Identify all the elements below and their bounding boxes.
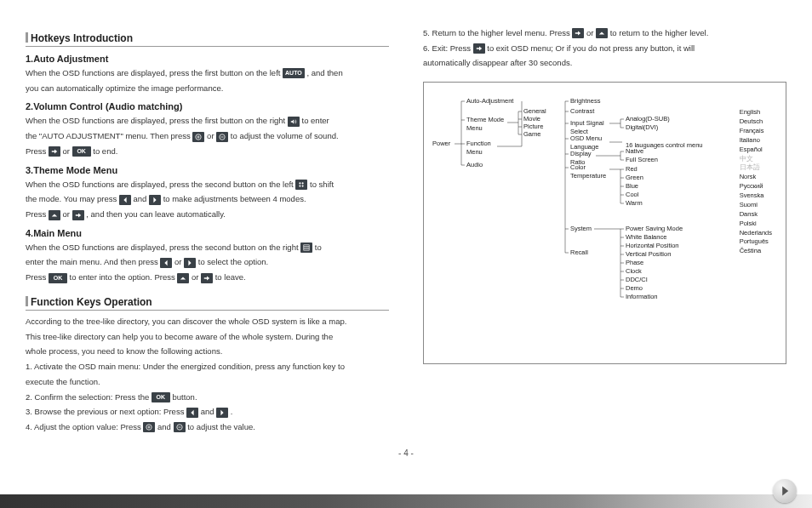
tree-theme-general: General bbox=[523, 107, 546, 115]
minus-icon bbox=[174, 422, 186, 432]
text: , and then bbox=[306, 68, 342, 77]
tree-ratio-1: Full Screen bbox=[626, 156, 658, 163]
chevron-up-icon bbox=[177, 273, 189, 283]
tree-lang-2: Français bbox=[740, 127, 772, 136]
tree-auto-adjustment: Auto-Adjustment bbox=[466, 97, 513, 105]
exit-icon bbox=[72, 210, 84, 220]
text: Press bbox=[26, 272, 49, 282]
ok-button-icon: OK bbox=[152, 392, 170, 402]
text: to return to the higher level. bbox=[610, 28, 709, 37]
chevron-up-icon bbox=[596, 28, 608, 38]
osd-tree-diagram: PowerAuto-AdjustmentTheme ModeMenuFuncti… bbox=[423, 82, 786, 364]
text: or bbox=[586, 28, 596, 37]
ok-button-icon: OK bbox=[72, 146, 91, 157]
text: 2. Confirm the selection: Press the bbox=[26, 392, 152, 402]
text: to exit OSD menu; Or if you do not press… bbox=[487, 43, 695, 53]
text: 3. Browse the previous or next option: P… bbox=[26, 407, 186, 416]
fkeys-p5: 2. Confirm the selection: Press the OK b… bbox=[26, 391, 389, 404]
tree-lang-8: Pусский bbox=[740, 182, 772, 191]
tree-lang-3: Italiano bbox=[740, 136, 772, 146]
menu-icon bbox=[300, 243, 312, 253]
tree-lang-13: Nederlands bbox=[740, 229, 772, 238]
chevron-left-icon bbox=[186, 408, 198, 418]
text: or bbox=[63, 209, 72, 219]
ok-button-icon: OK bbox=[49, 273, 67, 283]
text: When the OSD functions are displayed, pr… bbox=[26, 243, 300, 252]
fkeys-p4: 1. Activate the OSD main menu: Under the… bbox=[26, 361, 389, 374]
palette-icon bbox=[295, 180, 307, 190]
exit-icon bbox=[49, 146, 60, 157]
text: Press bbox=[26, 209, 49, 219]
theme-line2: the mode. You may press and to make adju… bbox=[26, 193, 389, 206]
svg-point-3 bbox=[302, 182, 304, 184]
tree-system-0: Power Saving Mode bbox=[626, 225, 683, 232]
text: enter the main menu. And then press bbox=[26, 257, 160, 266]
text: to enter into the option. Press bbox=[70, 272, 178, 282]
tree-system-5: Clock bbox=[626, 267, 642, 275]
chevron-right-icon bbox=[216, 408, 228, 418]
text: to adjust the value. bbox=[187, 422, 255, 431]
tree-lang-1: Deutsch bbox=[740, 117, 772, 127]
fkeys-p7: 4. Adjust the option value: Press and to… bbox=[26, 421, 389, 434]
fkeys-p3: whole process, you need to know the foll… bbox=[26, 345, 389, 358]
svg-point-2 bbox=[300, 182, 301, 184]
tree-lang-11: Dansk bbox=[740, 210, 772, 220]
text: 6. Exit: Press bbox=[423, 43, 473, 53]
right-p6c: automatically disappear after 30 seconds… bbox=[423, 57, 786, 70]
minus-icon bbox=[216, 132, 228, 142]
chevron-right-icon bbox=[184, 258, 196, 268]
main-line3: Press OK to enter into the option. Press… bbox=[26, 271, 389, 284]
footer-bar bbox=[0, 494, 812, 508]
text: to bbox=[315, 243, 322, 252]
text: and bbox=[157, 422, 174, 431]
text: to adjust the volume of sound. bbox=[231, 131, 339, 140]
tree-fn-6: System bbox=[570, 225, 592, 232]
text: and bbox=[133, 194, 149, 203]
theme-line3: Press or , and then you can leave automa… bbox=[26, 208, 389, 221]
main-menu-heading: 4.Main Menu bbox=[26, 228, 389, 238]
page-number: - 4 - bbox=[0, 448, 812, 458]
tree-lang-15: Čeština bbox=[740, 247, 772, 256]
tree-fn-3: OSD MenuLanguage bbox=[570, 134, 602, 151]
volume-line3: Press or OK to end. bbox=[26, 146, 389, 158]
tree-fn-5: ColorTemperature bbox=[570, 163, 606, 180]
text: or bbox=[192, 272, 201, 282]
tree-lang-9: Svenska bbox=[740, 191, 772, 201]
chevron-left-icon bbox=[160, 258, 172, 268]
text: to shift bbox=[310, 180, 334, 189]
tree-color-3: Cool bbox=[626, 191, 638, 198]
text: to end. bbox=[93, 146, 117, 156]
text: , and then you can leave automatically. bbox=[86, 209, 226, 219]
tree-color-0: Red bbox=[626, 165, 638, 173]
right-column: 5. Return to the higher level menu. Pres… bbox=[423, 20, 786, 437]
tree-lang-14: Português bbox=[740, 237, 772, 247]
text: to enter bbox=[302, 116, 329, 125]
tree-input-0: Analog(D-SUB) bbox=[626, 115, 670, 123]
tree-power: Power bbox=[432, 140, 450, 147]
tree-fn-1: Contrast bbox=[570, 107, 594, 115]
tree-system-3: Vertical Position bbox=[626, 250, 671, 258]
text: button. bbox=[172, 392, 197, 402]
right-p6: 6. Exit: Press to exit OSD menu; Or if y… bbox=[423, 43, 786, 55]
tree-fn-7: Recall bbox=[570, 248, 588, 256]
tree-system-8: Information bbox=[626, 293, 658, 300]
tree-color-4: Warm bbox=[626, 199, 643, 207]
text: to select the option. bbox=[198, 257, 268, 266]
auto-adjust-line1: When the OSD functions are displayed, pr… bbox=[26, 67, 389, 80]
tree-lang-12: Polski bbox=[740, 220, 772, 229]
tree-lang-4: Español bbox=[740, 146, 772, 155]
text: to leave. bbox=[215, 272, 246, 282]
exit-icon bbox=[201, 273, 213, 283]
plus-icon bbox=[143, 422, 155, 432]
text: . bbox=[231, 407, 233, 416]
tree-language-list: EnglishDeutschFrançaisItalianoEspañol中文日… bbox=[740, 108, 772, 256]
tree-system-1: White Balance bbox=[626, 233, 666, 241]
tree-color-1: Green bbox=[626, 174, 643, 181]
auto-adjust-heading: 1.Auto Adjustment bbox=[26, 54, 389, 64]
text: When the OSD functions are displayed, pr… bbox=[26, 180, 295, 189]
tree-lang-5: 中文 bbox=[740, 155, 772, 164]
tree-theme-picture: Picture bbox=[523, 123, 543, 130]
text: When the OSD functions are displayed, pr… bbox=[26, 68, 283, 77]
tree-system-2: Horizontal Position bbox=[626, 242, 679, 249]
next-page-button[interactable] bbox=[773, 479, 797, 503]
